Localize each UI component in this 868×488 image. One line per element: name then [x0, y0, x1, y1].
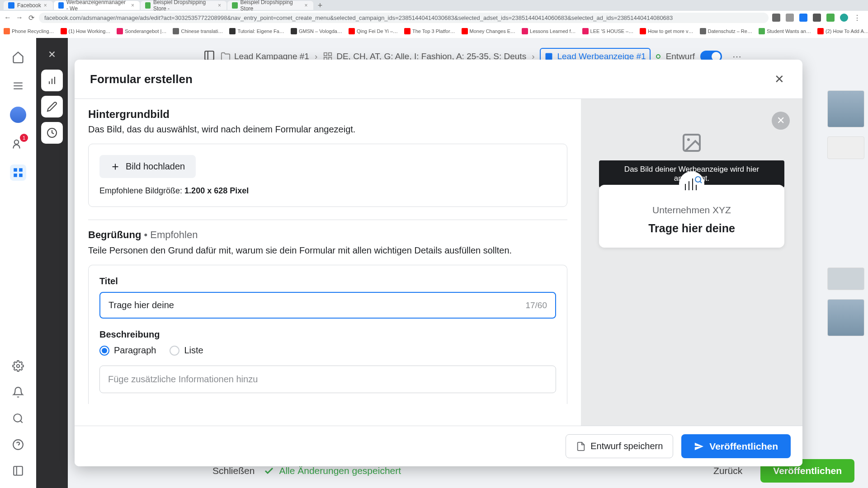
new-tab-button[interactable]: + [314, 1, 326, 10]
thumbnail[interactable] [827, 90, 864, 127]
bookmark-item[interactable]: Chinese translati… [173, 28, 223, 34]
field-label-title: Titel [99, 276, 556, 286]
svg-rect-27 [546, 53, 552, 60]
bookmark-item[interactable]: (2) How To Add A… [817, 28, 868, 34]
forward-icon[interactable]: → [15, 14, 24, 22]
section-subtitle: Teile Personen den Grund dafür mit, waru… [88, 245, 567, 256]
thumbnail[interactable] [827, 299, 864, 336]
upload-image-button[interactable]: Bild hochladen [99, 155, 196, 178]
facebook-nav-rail: 1 [0, 38, 36, 488]
profile-icon[interactable] [840, 14, 848, 22]
close-icon[interactable]: × [131, 3, 135, 8]
bookmark-item[interactable]: The Top 3 Platfor… [404, 28, 455, 34]
svg-point-3 [14, 140, 19, 144]
menu-icon[interactable] [10, 78, 26, 94]
browser-chrome: Facebook× Werbeanzeigenmanager - We× Bei… [0, 0, 868, 38]
search-icon[interactable] [10, 410, 26, 427]
browser-tab[interactable]: Werbeanzeigenmanager - We× [54, 1, 140, 10]
preview-close-button[interactable]: ✕ [772, 112, 790, 130]
bookmark-item[interactable]: Lessons Learned f… [522, 28, 576, 34]
menu-icon[interactable]: ⋮ [854, 14, 861, 22]
svg-rect-6 [14, 174, 17, 177]
browser-tab[interactable]: Beispiel Dropshipping Store -× [141, 1, 226, 10]
form-column: Hintergrundbild Das Bild, das du auswähl… [75, 99, 581, 426]
svg-rect-21 [205, 51, 214, 60]
svg-rect-7 [19, 174, 23, 177]
description-input[interactable]: Füge zusätzliche Informationen hinzu [99, 366, 556, 393]
section-subtitle: Das Bild, das du auswählst, wird nach de… [88, 124, 567, 135]
settings-icon[interactable] [10, 358, 26, 374]
close-icon[interactable]: × [44, 3, 48, 8]
home-icon[interactable] [10, 49, 26, 65]
char-counter: 17/60 [525, 300, 547, 310]
svg-point-31 [687, 138, 690, 141]
preview-thumbnails [827, 90, 864, 336]
notifications-icon[interactable] [10, 384, 26, 400]
bookmark-item[interactable]: LEE 'S HOUSE –… [582, 28, 634, 34]
save-draft-button[interactable]: Entwurf speichern [566, 434, 673, 458]
browser-tab[interactable]: Facebook× [4, 1, 53, 10]
editor-rail [36, 38, 68, 488]
ads-manager-icon[interactable] [10, 164, 26, 181]
history-icon[interactable] [41, 122, 63, 144]
bookmark-item[interactable]: Datenschutz – Re… [700, 28, 752, 34]
title-input[interactable]: Trage hier deine 17/60 [99, 292, 556, 319]
extension-icon[interactable] [786, 14, 794, 22]
bookmark-item[interactable]: Money Changes E… [462, 28, 516, 34]
bookmark-item[interactable]: Qing Fei De Yi –… [349, 28, 398, 34]
audiences-icon[interactable]: 1 [10, 136, 26, 152]
thumbnail[interactable] [827, 267, 864, 290]
collapse-icon[interactable] [10, 463, 26, 479]
chart-icon[interactable] [41, 70, 63, 91]
svg-rect-5 [19, 168, 23, 172]
recommended-label: Empfohlen [150, 229, 198, 240]
url-field[interactable]: facebook.com/adsmanager/manage/ads/edit?… [39, 13, 769, 23]
form-create-modal: Formular erstellen ✕ Hintergrundbild Das… [75, 60, 802, 466]
bookmark-item[interactable]: Student Wants an… [759, 28, 811, 34]
svg-rect-23 [324, 53, 327, 56]
bookmark-item[interactable]: (1) How Working… [61, 28, 111, 34]
field-label-description: Beschreibung [99, 329, 556, 340]
close-editor-icon[interactable] [41, 43, 63, 65]
preview-headline: Trage hier deine [608, 222, 775, 235]
recommended-size: Empfohlene Bildgröße: 1.200 x 628 Pixel [99, 186, 556, 196]
thumbnail[interactable] [827, 136, 864, 159]
bookmark-item[interactable]: Sonderangebot |… [117, 28, 166, 34]
svg-point-32 [679, 171, 704, 197]
svg-point-9 [14, 414, 21, 422]
modal-close-button[interactable]: ✕ [772, 71, 787, 87]
notification-badge: 1 [20, 134, 28, 142]
svg-rect-13 [14, 466, 23, 475]
bookmark-item[interactable]: Phone Recycling… [4, 28, 54, 34]
edit-icon[interactable] [41, 96, 63, 117]
modal-title: Formular erstellen [90, 72, 193, 86]
radio-paragraph[interactable]: Paragraph [99, 345, 156, 356]
back-icon[interactable]: ← [4, 14, 12, 22]
extension-icon[interactable] [799, 14, 807, 22]
bookmark-item[interactable]: Tutorial: Eigene Fa… [229, 28, 284, 34]
extension-icon[interactable] [813, 14, 821, 22]
bookmark-bar: Phone Recycling… (1) How Working… Sonder… [0, 24, 868, 38]
close-icon[interactable]: × [218, 3, 222, 8]
section-title-background: Hintergrundbild [88, 108, 567, 121]
svg-rect-24 [329, 53, 331, 56]
modal-footer: Entwurf speichern Veröffentlichen [75, 426, 802, 466]
extension-icon[interactable] [826, 14, 835, 22]
avatar[interactable] [10, 107, 26, 123]
close-icon[interactable]: × [305, 3, 309, 8]
reload-icon[interactable]: ⟳ [27, 14, 35, 22]
extension-icon[interactable] [772, 14, 780, 22]
upload-card: Bild hochladen Empfohlene Bildgröße: 1.2… [88, 144, 567, 207]
close-button[interactable]: Schließen [212, 465, 255, 476]
publish-button[interactable]: Veröffentlichen [681, 434, 791, 458]
address-bar: ← → ⟳ facebook.com/adsmanager/manage/ads… [0, 11, 868, 24]
browser-tab[interactable]: Beispiel Dropshipping Store× [227, 1, 313, 10]
svg-point-8 [17, 365, 20, 368]
status-indicator [656, 54, 660, 59]
section-title-greeting: Begrüßung [88, 229, 141, 240]
bookmark-item[interactable]: How to get more v… [640, 28, 693, 34]
bookmark-item[interactable]: GMSN – Vologda… [291, 28, 342, 34]
help-icon[interactable] [10, 436, 26, 453]
radio-liste[interactable]: Liste [170, 345, 203, 356]
preview-column: ✕ Das Bild deiner Werbeanzeige wird hier… [581, 99, 802, 426]
